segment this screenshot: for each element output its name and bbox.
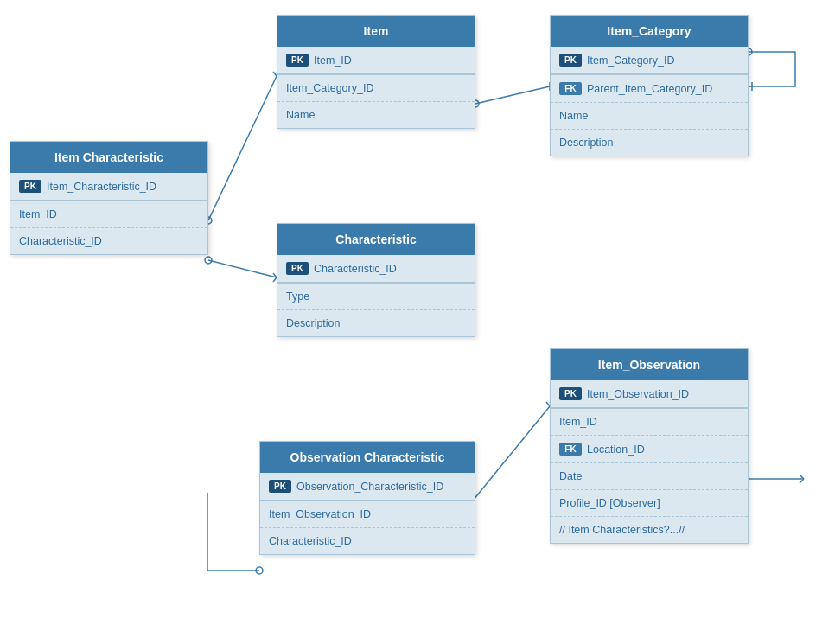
characteristic-table: Characteristic PK Characteristic_ID Type… bbox=[277, 223, 475, 337]
table-row: PK Item_Category_ID bbox=[551, 47, 748, 75]
table-row: PK Observation_Characteristic_ID bbox=[260, 473, 475, 501]
svg-point-13 bbox=[205, 257, 212, 264]
field-name: Item_Category_ID bbox=[587, 54, 674, 67]
field-name: Item_Observation_ID bbox=[587, 388, 689, 400]
field-name: Location_ID bbox=[587, 443, 645, 456]
pk-badge: PK bbox=[19, 180, 41, 193]
field-name: Name bbox=[559, 110, 588, 122]
field-name: Characteristic_ID bbox=[269, 535, 352, 547]
item-characteristic-table: Item Characteristic PK Item_Characterist… bbox=[10, 141, 208, 255]
table-row: Item_Observation_ID bbox=[260, 501, 475, 528]
table-row: PK Item_Observation_ID bbox=[551, 380, 748, 409]
pk-badge: PK bbox=[286, 262, 309, 275]
table-row: PK Characteristic_ID bbox=[277, 255, 475, 284]
svg-line-12 bbox=[208, 260, 277, 277]
table-row: FK Parent_Item_Category_ID bbox=[551, 75, 748, 103]
table-row: Item_ID bbox=[10, 201, 207, 228]
item-characteristic-table-body: PK Item_Characteristic_ID Item_ID Charac… bbox=[10, 173, 207, 254]
svg-line-24 bbox=[800, 475, 804, 479]
table-row: FK Location_ID bbox=[551, 436, 748, 463]
table-row: Description bbox=[551, 130, 748, 156]
field-name: Item_Observation_ID bbox=[269, 508, 371, 520]
field-name: Characteristic_ID bbox=[19, 235, 102, 247]
item-table-body: PK Item_ID Item_Category_ID Name bbox=[277, 47, 475, 128]
pk-badge: PK bbox=[269, 480, 291, 493]
field-name: Item_Characteristic_ID bbox=[47, 181, 156, 193]
svg-point-22 bbox=[256, 567, 263, 574]
table-row: Characteristic_ID bbox=[10, 228, 207, 254]
field-name: Observation_Characteristic_ID bbox=[296, 481, 443, 493]
item-table-header: Item bbox=[277, 16, 475, 47]
field-name: Characteristic_ID bbox=[314, 263, 397, 275]
table-row: Name bbox=[277, 102, 475, 128]
table-row: Characteristic_ID bbox=[260, 528, 475, 554]
item-category-table-body: PK Item_Category_ID FK Parent_Item_Categ… bbox=[551, 47, 748, 156]
field-name: Date bbox=[559, 470, 582, 482]
table-row: Type bbox=[277, 284, 475, 310]
characteristic-table-header: Characteristic bbox=[277, 224, 475, 255]
observation-characteristic-table: Observation Characteristic PK Observatio… bbox=[259, 441, 475, 555]
observation-characteristic-table-body: PK Observation_Characteristic_ID Item_Ob… bbox=[260, 473, 475, 554]
pk-badge: PK bbox=[286, 54, 309, 67]
table-row: Name bbox=[551, 103, 748, 130]
pk-badge: PK bbox=[559, 54, 582, 67]
item-observation-table-header: Item_Observation bbox=[551, 349, 748, 380]
item-observation-table-body: PK Item_Observation_ID Item_ID FK Locati… bbox=[551, 380, 748, 543]
table-row: Date bbox=[551, 463, 748, 490]
field-name: Item_ID bbox=[559, 416, 597, 428]
observation-characteristic-table-header: Observation Characteristic bbox=[260, 442, 475, 473]
field-name: Item_ID bbox=[314, 54, 352, 67]
table-row: Item_ID bbox=[551, 409, 748, 436]
item-category-table: Item_Category PK Item_Category_ID FK Par… bbox=[550, 15, 749, 156]
svg-line-25 bbox=[800, 479, 804, 483]
field-name: Name bbox=[286, 109, 315, 121]
field-name: Profile_ID [Observer] bbox=[559, 497, 660, 509]
item-observation-table: Item_Observation PK Item_Observation_ID … bbox=[550, 348, 749, 544]
table-row: Profile_ID [Observer] bbox=[551, 490, 748, 517]
characteristic-table-body: PK Characteristic_ID Type Description bbox=[277, 255, 475, 336]
table-row: Description bbox=[277, 310, 475, 336]
svg-line-0 bbox=[475, 86, 550, 104]
field-name: Description bbox=[286, 317, 341, 329]
fk-badge: FK bbox=[559, 443, 582, 456]
field-name: // Item Characteristics?...// bbox=[559, 524, 685, 536]
field-name: Description bbox=[559, 137, 614, 149]
field-name: Item_ID bbox=[19, 208, 57, 220]
item-category-table-header: Item_Category bbox=[551, 16, 748, 47]
field-name: Parent_Item_Category_ID bbox=[587, 83, 712, 95]
table-row: // Item Characteristics?...// bbox=[551, 517, 748, 543]
fk-badge: FK bbox=[559, 82, 582, 95]
item-table: Item PK Item_ID Item_Category_ID Name bbox=[277, 15, 475, 129]
item-characteristic-table-header: Item Characteristic bbox=[10, 142, 207, 173]
table-row: PK Item_Characteristic_ID bbox=[10, 173, 207, 201]
pk-badge: PK bbox=[559, 387, 582, 400]
table-row: Item_Category_ID bbox=[277, 75, 475, 102]
table-row: PK Item_ID bbox=[277, 47, 475, 75]
svg-line-8 bbox=[208, 76, 277, 220]
field-name: Item_Category_ID bbox=[286, 82, 373, 94]
field-name: Type bbox=[286, 290, 309, 303]
